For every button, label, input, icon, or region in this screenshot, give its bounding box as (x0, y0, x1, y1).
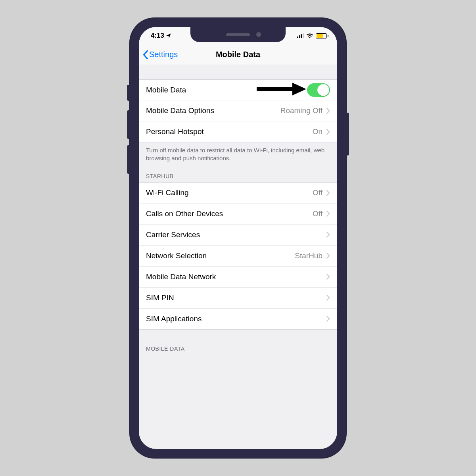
row-sim-applications[interactable]: SIM Applications (139, 309, 337, 330)
row-label: Network Selection (146, 251, 295, 260)
wifi-icon (306, 33, 313, 38)
status-time: 4:13 (151, 32, 164, 40)
row-carrier-services[interactable]: Carrier Services (139, 225, 337, 246)
row-value: Roaming Off (280, 106, 322, 115)
location-arrow-icon (166, 33, 171, 38)
battery-icon (316, 33, 328, 38)
group-footer: Turn off mobile data to restrict all dat… (139, 142, 337, 166)
volume-up-button (127, 110, 130, 139)
row-label: Mobile Data Network (146, 273, 322, 281)
section-header-mobile-data: MOBILE DATA (139, 330, 337, 355)
cellular-signal-icon (297, 33, 304, 38)
back-button[interactable]: Settings (139, 50, 178, 59)
mobile-data-toggle[interactable] (307, 83, 330, 97)
row-label: Wi-Fi Calling (146, 188, 313, 197)
notch (190, 27, 286, 42)
chevron-right-icon (326, 190, 330, 196)
chevron-right-icon (326, 129, 330, 135)
row-personal-hotspot[interactable]: Personal Hotspot On (139, 121, 337, 142)
volume-down-button (127, 145, 130, 174)
power-button (346, 113, 349, 155)
row-wifi-calling[interactable]: Wi-Fi Calling Off (139, 182, 337, 203)
chevron-right-icon (326, 295, 330, 301)
row-label: SIM Applications (146, 315, 322, 323)
front-camera (256, 32, 261, 37)
group-carrier: Wi-Fi Calling Off Calls on Other Devices… (139, 182, 337, 330)
section-header-carrier: STARHUB (139, 166, 337, 182)
row-mobile-data-network[interactable]: Mobile Data Network (139, 267, 337, 288)
chevron-right-icon (326, 211, 330, 217)
screen: 4:13 (139, 27, 337, 449)
nav-bar: Settings Mobile Data (139, 44, 337, 65)
row-sim-pin[interactable]: SIM PIN (139, 288, 337, 309)
row-mobile-data-options[interactable]: Mobile Data Options Roaming Off (139, 100, 337, 121)
row-value: Off (313, 209, 322, 218)
row-label: Carrier Services (146, 230, 322, 239)
settings-content: Mobile Data Mobile Data Options Roaming … (139, 65, 337, 355)
row-value: StarHub (295, 251, 322, 260)
row-value: Off (313, 188, 322, 197)
chevron-right-icon (326, 108, 330, 114)
phone-frame: 4:13 (129, 17, 347, 459)
chevron-right-icon (326, 253, 330, 259)
chevron-right-icon (326, 232, 330, 238)
chevron-right-icon (326, 316, 330, 322)
chevron-right-icon (326, 274, 330, 280)
row-label: Calls on Other Devices (146, 209, 313, 218)
row-label: Personal Hotspot (146, 127, 313, 136)
back-label: Settings (149, 50, 178, 59)
row-label: SIM PIN (146, 294, 322, 302)
speaker-grille (226, 33, 250, 36)
row-label: Mobile Data Options (146, 106, 280, 115)
row-value: On (313, 127, 322, 136)
mute-switch (127, 85, 130, 101)
group-primary: Mobile Data Mobile Data Options Roaming … (139, 79, 337, 142)
row-mobile-data[interactable]: Mobile Data (139, 79, 337, 100)
row-label: Mobile Data (146, 86, 307, 94)
row-calls-other-devices[interactable]: Calls on Other Devices Off (139, 203, 337, 225)
row-network-selection[interactable]: Network Selection StarHub (139, 246, 337, 267)
